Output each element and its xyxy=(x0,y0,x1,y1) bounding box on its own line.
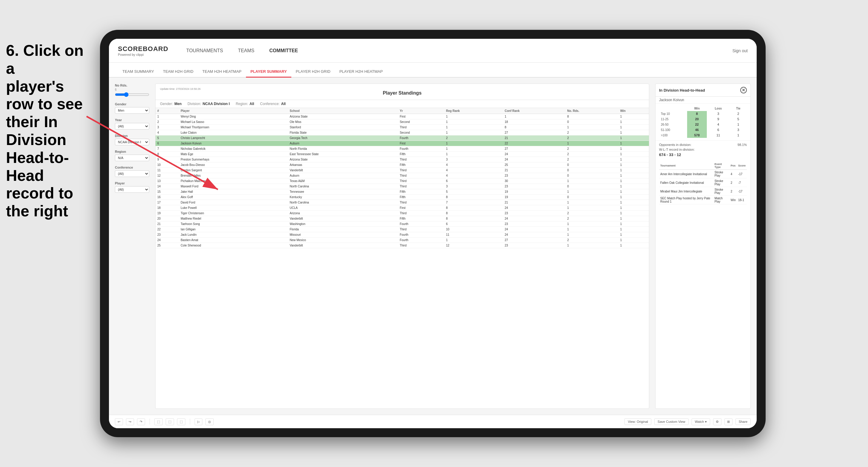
player-rds: 2 xyxy=(565,216,618,221)
player-conf-rank: 23 xyxy=(503,184,565,189)
nav-items: TOURNAMENTS TEAMS COMMITTEE xyxy=(186,46,733,55)
table-row[interactable]: 2 Michael La Sasso Ole Miss Second 1 18 … xyxy=(156,119,649,125)
h2h-header: In Division Head-to-Head ✕ xyxy=(655,84,750,97)
tournament-type: Match Play xyxy=(713,196,730,205)
table-row[interactable]: 21 Taehoon Song Washington Fourth 6 23 1… xyxy=(156,221,649,227)
year-select[interactable]: (All) xyxy=(115,123,149,129)
region-select[interactable]: N/A xyxy=(115,155,149,161)
tournament-col-name: Tournament xyxy=(659,162,713,170)
table-row[interactable]: 23 Jack Lundin Missouri Fourth 11 24 1 1 xyxy=(156,232,649,238)
player-rds: 0 xyxy=(565,162,618,168)
table-row[interactable]: 7 Nicholas Gabrelcik North Florida Fourt… xyxy=(156,146,649,152)
toolbar-undo[interactable]: ↩ xyxy=(115,418,123,425)
player-num: 3 xyxy=(156,125,179,130)
tab-player-summary[interactable]: PLAYER SUMMARY xyxy=(246,66,291,77)
player-yr: Third xyxy=(398,200,444,205)
main-content: No Rds. 6 Gender Men Year (All) xyxy=(109,77,757,415)
table-row[interactable]: 15 Jake Hall Tennessee Fifth 5 19 1 1 xyxy=(156,189,649,194)
player-num: 17 xyxy=(156,200,179,205)
nav-tournaments[interactable]: TOURNAMENTS xyxy=(186,46,223,55)
watch-button[interactable]: Watch ▾ xyxy=(691,418,710,425)
player-name: Gordon Sargent xyxy=(179,168,288,173)
toolbar-sep1 xyxy=(150,419,150,425)
player-conf-rank: 27 xyxy=(503,238,565,243)
player-win: 1 xyxy=(618,227,649,232)
no-rds-slider[interactable] xyxy=(115,92,149,97)
view-original-button[interactable]: View: Original xyxy=(624,418,651,425)
player-num: 1 xyxy=(156,114,179,119)
table-row[interactable]: 4 Luke Claton Florida State Second 1 27 … xyxy=(156,130,649,135)
player-num: 2 xyxy=(156,119,179,125)
player-school: Florida State xyxy=(288,130,398,135)
toolbar-grid[interactable]: ⊞ xyxy=(724,418,733,425)
table-row[interactable]: 22 Ian Gilligan Florida Third 10 24 1 1 xyxy=(156,227,649,232)
player-select[interactable]: (All) xyxy=(115,186,149,193)
toolbar-record[interactable]: ◎ xyxy=(205,418,214,425)
toolbar-refresh[interactable]: ↷ xyxy=(137,418,145,425)
save-custom-view-button[interactable]: Save Custom View xyxy=(654,418,689,425)
table-row[interactable]: 24 Bastien Amat New Mexico Fourth 1 27 2… xyxy=(156,238,649,243)
tab-team-h2h-grid[interactable]: TEAM H2H GRID xyxy=(158,66,198,77)
player-reg-rank: 1 xyxy=(444,119,503,125)
tab-team-h2h-heatmap[interactable]: TEAM H2H HEATMAP xyxy=(198,66,246,77)
player-num: 10 xyxy=(156,162,179,168)
table-row[interactable]: 1 Wenyi Ding Arizona State First 1 1 8 1 xyxy=(156,114,649,119)
player-name: Ian Gilligan xyxy=(179,227,288,232)
table-row[interactable]: 5 Christo Lamprecht Georgia Tech Fourth … xyxy=(156,135,649,141)
table-row[interactable]: 18 Luke Powell UCLA First 8 24 1 1 xyxy=(156,205,649,211)
player-reg-rank: 8 xyxy=(444,205,503,211)
tournament-pos: 4 xyxy=(730,170,737,179)
table-row[interactable]: 17 David Ford North Carolina Third 7 21 … xyxy=(156,200,649,205)
table-row[interactable]: 25 Cole Sherwood Vanderbilt Third 12 23 … xyxy=(156,243,649,248)
toolbar-cut[interactable]: ⬚ xyxy=(177,418,185,425)
gender-select[interactable]: Men xyxy=(115,107,149,114)
player-conf-rank: 23 xyxy=(503,221,565,227)
table-row[interactable]: 8 Mats Ege East Tennessee State Fifth 1 … xyxy=(156,152,649,157)
player-rds: 2 xyxy=(565,211,618,216)
table-row[interactable]: 11 Gordon Sargent Vanderbilt Third 4 21 … xyxy=(156,168,649,173)
h2h-range: 51-100 xyxy=(659,127,687,132)
toolbar-play[interactable]: ▷ xyxy=(195,418,203,425)
player-rds: 0 xyxy=(565,173,618,179)
division-select[interactable]: NCAA Division I xyxy=(115,139,149,145)
player-conf-rank: 25 xyxy=(503,162,565,168)
player-conf-rank: 27 xyxy=(503,146,565,152)
h2h-close-button[interactable]: ✕ xyxy=(740,87,747,93)
toolbar-redo[interactable]: ↪ xyxy=(126,418,134,425)
toolbar-settings[interactable]: ⚙ xyxy=(713,418,721,425)
conference-select[interactable]: (All) xyxy=(115,170,149,177)
player-num: 5 xyxy=(156,135,179,141)
player-rds: 1 xyxy=(565,221,618,227)
table-row[interactable]: 20 Matthew Riedel Vanderbilt Fifth 8 24 … xyxy=(156,216,649,221)
table-row[interactable]: 13 Pichaikun Maichon Texas A&M Third 6 3… xyxy=(156,179,649,184)
toolbar-paste[interactable]: ⬚ xyxy=(166,418,174,425)
player-num: 20 xyxy=(156,216,179,221)
h2h-range: Top 10 xyxy=(659,111,687,116)
table-row[interactable]: 19 Tiger Christensen Arizona Third 8 23 … xyxy=(156,211,649,216)
player-num: 18 xyxy=(156,205,179,211)
h2h-row: Top 10 8 3 2 xyxy=(659,111,747,116)
table-row[interactable]: 12 Brendan Valles Auburn Third 4 23 0 1 xyxy=(156,173,649,179)
player-rds: 0 xyxy=(565,184,618,189)
nav-teams[interactable]: TEAMS xyxy=(238,46,254,55)
table-row[interactable]: 3 Michael Thorbjornsen Stanford Third 1 … xyxy=(156,125,649,130)
top-nav: SCOREBOARD Powered by clippi TOURNAMENTS… xyxy=(109,39,757,63)
table-row[interactable]: 16 Alex Goff Kentucky Fifth 8 19 0 1 xyxy=(156,194,649,200)
player-name: Bastien Amat xyxy=(179,238,288,243)
player-win: 1 xyxy=(618,146,649,152)
toolbar-copy[interactable]: ⬚ xyxy=(154,418,163,425)
tab-player-h2h-heatmap[interactable]: PLAYER H2H HEATMAP xyxy=(335,66,387,77)
table-row[interactable]: 10 Jacob Bou-Diesso Arkansas Fifth 4 25 … xyxy=(156,162,649,168)
sign-out-button[interactable]: Sign out xyxy=(733,48,748,53)
col-player: Player xyxy=(179,108,288,114)
tablet-frame: SCOREBOARD Powered by clippi TOURNAMENTS… xyxy=(100,30,766,437)
tab-team-summary[interactable]: TEAM SUMMARY xyxy=(118,66,158,77)
table-row[interactable]: 9 Preston Summerhays Arizona State Third… xyxy=(156,157,649,162)
tab-player-h2h-grid[interactable]: PLAYER H2H GRID xyxy=(291,66,335,77)
table-row[interactable]: 6 Jackson Koivun Auburn First 1 22 1 1 xyxy=(156,141,649,146)
nav-committee[interactable]: COMMITTEE xyxy=(269,46,298,55)
player-name: Jake Hall xyxy=(179,189,288,194)
table-row[interactable]: 14 Maxwell Ford North Carolina Third 3 2… xyxy=(156,184,649,189)
share-button[interactable]: Share xyxy=(736,418,751,425)
player-win: 1 xyxy=(618,200,649,205)
